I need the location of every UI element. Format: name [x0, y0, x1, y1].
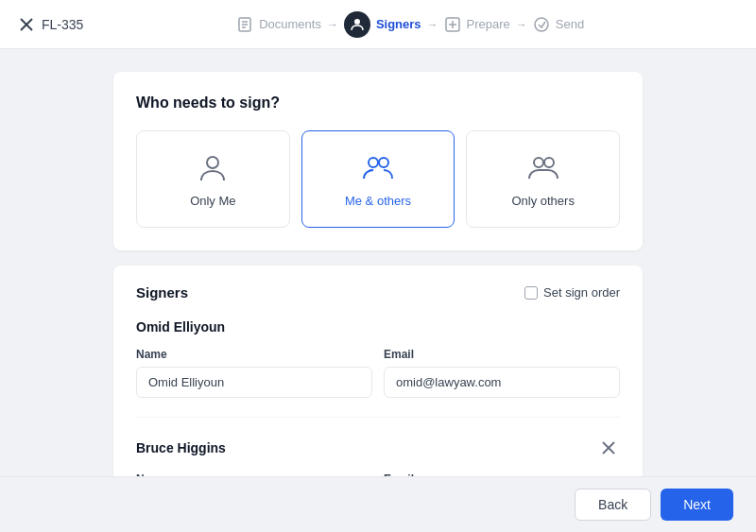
set-sign-order-label: Set sign order	[543, 285, 620, 300]
signers-avatar-icon	[344, 11, 370, 38]
nav-arrow-3: →	[516, 18, 527, 31]
remove-signer-2-button[interactable]	[597, 437, 620, 459]
svg-point-15	[544, 158, 554, 167]
only-me-label: Only Me	[190, 194, 235, 208]
top-nav: Documents → Signers → Prepare →	[236, 11, 584, 38]
only-others-label: Only others	[511, 194, 574, 208]
svg-point-13	[379, 158, 388, 167]
signer-block-1: Omid Elliyoun Name Email	[136, 319, 620, 418]
signer-1-email-label: Email	[384, 348, 620, 361]
signers-header: Signers Set sign order	[136, 284, 620, 300]
close-button[interactable]: FL-335	[19, 17, 83, 32]
svg-point-11	[207, 157, 218, 168]
signer-2-header: Bruce Higgins	[136, 437, 620, 459]
set-sign-order-control[interactable]: Set sign order	[524, 285, 620, 300]
nav-signers-label: Signers	[376, 17, 421, 31]
signer-1-title: Omid Elliyoun	[136, 319, 225, 335]
signer-1-name-label: Name	[136, 348, 372, 361]
nav-step-send[interactable]: Send	[533, 16, 584, 33]
signer-1-name-group: Name	[136, 348, 372, 398]
signer-1-fields: Name Email	[136, 348, 620, 398]
me-and-others-icon	[361, 150, 395, 184]
svg-point-12	[369, 158, 378, 167]
signer-type-options: Only Me Me & others	[136, 130, 620, 228]
footer: Back Next	[0, 476, 756, 532]
main-content: Who needs to sign? Only Me	[0, 49, 756, 476]
nav-arrow-2: →	[427, 18, 438, 31]
signer-2-title: Bruce Higgins	[136, 440, 226, 455]
nav-step-prepare[interactable]: Prepare	[444, 16, 510, 33]
signers-card: Signers Set sign order Omid Elliyoun Nam…	[113, 266, 643, 476]
me-and-others-option[interactable]: Me & others	[301, 130, 455, 228]
nav-send-label: Send	[556, 17, 584, 31]
nav-step-documents[interactable]: Documents	[236, 16, 321, 33]
only-others-option[interactable]: Only others	[466, 130, 620, 228]
only-me-icon	[196, 150, 230, 184]
signer-1-email-group: Email	[384, 348, 620, 398]
signer-1-email-input[interactable]	[384, 367, 620, 398]
who-to-sign-title: Who needs to sign?	[136, 94, 620, 112]
only-others-icon	[526, 150, 560, 184]
back-button[interactable]: Back	[575, 489, 651, 521]
document-title: FL-335	[42, 17, 83, 32]
nav-arrow-1: →	[327, 18, 338, 31]
me-and-others-label: Me & others	[345, 194, 411, 208]
signers-title: Signers	[136, 284, 188, 300]
set-sign-order-checkbox[interactable]	[524, 286, 538, 300]
nav-step-signers[interactable]: Signers	[344, 11, 421, 38]
svg-point-14	[534, 158, 543, 167]
signer-1-header: Omid Elliyoun	[136, 319, 620, 335]
next-button[interactable]: Next	[661, 489, 733, 521]
nav-prepare-label: Prepare	[467, 17, 510, 31]
header: FL-335 Documents → Signers →	[0, 0, 756, 49]
who-to-sign-card: Who needs to sign? Only Me	[113, 72, 643, 250]
nav-documents-label: Documents	[259, 17, 321, 31]
only-me-option[interactable]: Only Me	[136, 130, 290, 228]
svg-point-10	[535, 18, 548, 31]
signer-block-2: Bruce Higgins Name Email	[136, 437, 620, 476]
signer-1-name-input[interactable]	[136, 367, 372, 398]
close-icon	[19, 17, 34, 32]
svg-point-6	[354, 19, 360, 25]
